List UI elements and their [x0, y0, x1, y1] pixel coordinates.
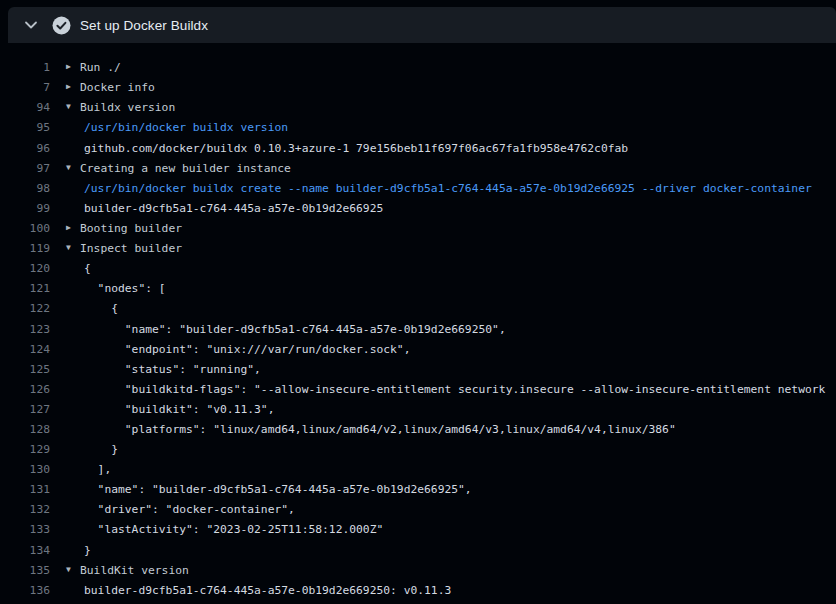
log-line: 119▼Inspect builder [0, 239, 836, 259]
log-line: 120{ [0, 259, 836, 279]
group-label: Creating a new builder instance [80, 162, 291, 175]
log-text: "nodes": [ [50, 279, 166, 299]
log-group-title[interactable]: ▼Creating a new builder instance [50, 159, 291, 179]
log-line: 134} [0, 541, 836, 561]
triangle-right-icon[interactable]: ▶ [66, 218, 80, 238]
line-number[interactable]: 96 [0, 139, 50, 159]
triangle-right-icon[interactable]: ▶ [66, 77, 80, 97]
log-line: 126 "buildkitd-flags": "--allow-insecure… [0, 380, 836, 400]
log-text: } [50, 440, 118, 460]
line-number[interactable]: 129 [0, 440, 50, 460]
log-text: "name": "builder-d9cfb5a1-c764-445a-a57e… [50, 320, 506, 340]
log-line: 129 } [0, 440, 836, 460]
line-number[interactable]: 94 [0, 98, 50, 118]
check-circle-icon [46, 10, 76, 40]
log-line: 7▶Docker info [0, 78, 836, 98]
log-line: 136builder-d9cfb5a1-c764-445a-a57e-0b19d… [0, 581, 836, 601]
log-text: "endpoint": "unix:///var/run/docker.sock… [50, 340, 410, 360]
line-number[interactable]: 99 [0, 199, 50, 219]
line-number[interactable]: 127 [0, 400, 50, 420]
log-line: 127 "buildkit": "v0.11.3", [0, 400, 836, 420]
line-number[interactable]: 121 [0, 279, 50, 299]
line-number[interactable]: 122 [0, 299, 50, 319]
log-text: "buildkit": "v0.11.3", [50, 400, 274, 420]
line-number[interactable]: 134 [0, 541, 50, 561]
triangle-down-icon[interactable]: ▼ [66, 560, 80, 580]
log-text: "buildkitd-flags": "--allow-insecure-ent… [50, 380, 825, 400]
log-line: 131 "name": "builder-d9cfb5a1-c764-445a-… [0, 480, 836, 500]
log-line: 135▼BuildKit version [0, 561, 836, 581]
log-text: "status": "running", [50, 360, 261, 380]
log-group-title[interactable]: ▼Inspect builder [50, 239, 182, 259]
log-line: 97▼Creating a new builder instance [0, 159, 836, 179]
line-number[interactable]: 132 [0, 500, 50, 520]
log-line: 122 { [0, 299, 836, 319]
line-number[interactable]: 119 [0, 239, 50, 259]
log-line: 95/usr/bin/docker buildx version [0, 118, 836, 138]
log-group-title[interactable]: ▶Docker info [50, 78, 155, 98]
group-label: Inspect builder [80, 242, 182, 255]
line-number[interactable]: 136 [0, 581, 50, 601]
log-text: "driver": "docker-container", [50, 500, 295, 520]
log-text: } [50, 541, 91, 561]
log-line: 98/usr/bin/docker buildx create --name b… [0, 179, 836, 199]
step-title: Set up Docker Buildx [80, 18, 208, 33]
log-text: builder-d9cfb5a1-c764-445a-a57e-0b19d2e6… [50, 581, 451, 601]
log-text: { [50, 259, 91, 279]
group-label: BuildKit version [80, 564, 189, 577]
log-line: 128 "platforms": "linux/amd64,linux/amd6… [0, 420, 836, 440]
log-line: 130 ], [0, 460, 836, 480]
log-line: 96github.com/docker/buildx 0.10.3+azure-… [0, 139, 836, 159]
log-line: 99builder-d9cfb5a1-c764-445a-a57e-0b19d2… [0, 199, 836, 219]
group-label: Docker info [80, 81, 155, 94]
line-number[interactable]: 133 [0, 520, 50, 540]
line-number[interactable]: 97 [0, 159, 50, 179]
line-number[interactable]: 128 [0, 420, 50, 440]
log-text: "platforms": "linux/amd64,linux/amd64/v2… [50, 420, 676, 440]
log-line: 123 "name": "builder-d9cfb5a1-c764-445a-… [0, 320, 836, 340]
line-number[interactable]: 123 [0, 320, 50, 340]
line-number[interactable]: 95 [0, 118, 50, 138]
log-text: github.com/docker/buildx 0.10.3+azure-1 … [50, 139, 628, 159]
group-label: Buildx version [80, 101, 175, 114]
group-label: Run ./ [80, 61, 121, 74]
log-group-title[interactable]: ▶Booting builder [50, 219, 182, 239]
log-line: 1▶Run ./ [0, 58, 836, 78]
log-text: ], [50, 460, 111, 480]
log-text: /usr/bin/docker buildx create --name bui… [50, 179, 812, 199]
line-number[interactable]: 135 [0, 561, 50, 581]
log-viewer: 1▶Run ./7▶Docker info94▼Buildx version95… [0, 43, 836, 604]
line-number[interactable]: 120 [0, 259, 50, 279]
line-number[interactable]: 100 [0, 219, 50, 239]
log-group-title[interactable]: ▼BuildKit version [50, 561, 189, 581]
log-line: 100▶Booting builder [0, 219, 836, 239]
triangle-down-icon[interactable]: ▼ [66, 97, 80, 117]
line-number[interactable]: 125 [0, 360, 50, 380]
log-line: 121 "nodes": [ [0, 279, 836, 299]
line-number[interactable]: 1 [0, 58, 50, 78]
log-group-title[interactable]: ▼Buildx version [50, 98, 175, 118]
triangle-down-icon[interactable]: ▼ [66, 158, 80, 178]
log-group-title[interactable]: ▶Run ./ [50, 58, 121, 78]
line-number[interactable]: 126 [0, 380, 50, 400]
step-header[interactable]: Set up Docker Buildx [8, 7, 836, 43]
triangle-down-icon[interactable]: ▼ [66, 238, 80, 258]
chevron-down-icon[interactable] [16, 10, 46, 40]
log-text: "lastActivity": "2023-02-25T11:58:12.000… [50, 520, 383, 540]
log-text: { [50, 299, 118, 319]
log-line: 124 "endpoint": "unix:///var/run/docker.… [0, 340, 836, 360]
triangle-right-icon[interactable]: ▶ [66, 57, 80, 77]
line-number[interactable]: 131 [0, 480, 50, 500]
log-line: 94▼Buildx version [0, 98, 836, 118]
group-label: Booting builder [80, 222, 182, 235]
line-number[interactable]: 7 [0, 78, 50, 98]
line-number[interactable]: 98 [0, 179, 50, 199]
log-line: 133 "lastActivity": "2023-02-25T11:58:12… [0, 520, 836, 540]
log-text: /usr/bin/docker buildx version [50, 118, 288, 138]
log-line: 125 "status": "running", [0, 360, 836, 380]
line-number[interactable]: 130 [0, 460, 50, 480]
log-line: 132 "driver": "docker-container", [0, 500, 836, 520]
line-number[interactable]: 124 [0, 340, 50, 360]
log-text: "name": "builder-d9cfb5a1-c764-445a-a57e… [50, 480, 472, 500]
log-text: builder-d9cfb5a1-c764-445a-a57e-0b19d2e6… [50, 199, 383, 219]
